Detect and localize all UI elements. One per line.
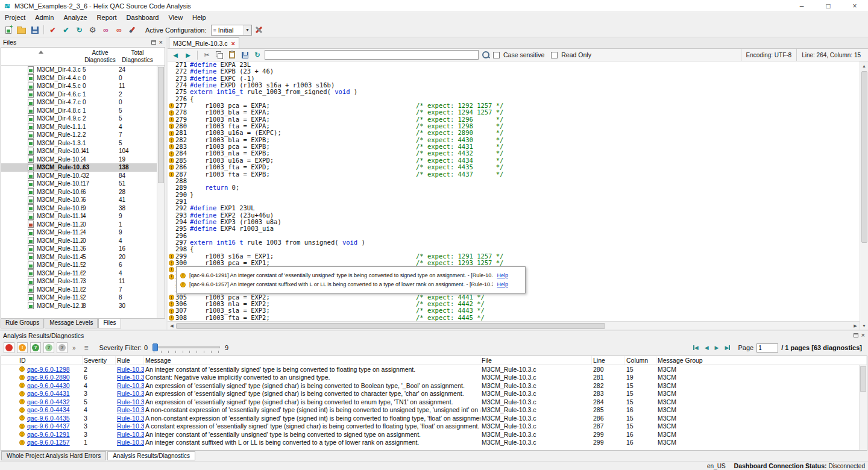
diagnostic-id-link[interactable]: qac-9.6.0-4432 (27, 398, 70, 406)
file-row[interactable]: M3CM_Rule-11.9.c28 (1, 293, 165, 302)
horizontal-scrollbar[interactable]: ◀ ▶ (168, 321, 860, 330)
file-row[interactable]: M3CM_Rule-1.2.c27 (1, 131, 165, 139)
file-row[interactable]: M3CM_Rule-10.5.c1751 (1, 180, 165, 188)
file-row[interactable]: M3CM_Rule-11.3.c616 (1, 245, 165, 253)
file-row[interactable]: M3CM_Dir-4.9.c25 (1, 114, 165, 123)
column-header-line[interactable]: Line (592, 356, 625, 365)
table-row[interactable]: !qac-9.6.0-44344Rule-10.3A non-constant … (1, 406, 867, 415)
close-tab-icon[interactable]: × (231, 40, 234, 47)
rule-link[interactable]: Rule-10.3 (117, 390, 144, 397)
scrollbar-thumb[interactable] (176, 323, 605, 329)
severity-info-toggle[interactable]: ? (43, 342, 54, 353)
analyze-project-button[interactable]: ✔ (46, 24, 59, 36)
close-panel-icon[interactable]: × (159, 39, 163, 46)
table-row[interactable]: !qac-9.6.0-44353Rule-10.3A non-constant … (1, 414, 867, 422)
file-row[interactable]: M3CM_Rule-10...63138 (1, 163, 165, 172)
rule-link[interactable]: Rule-10.3 (117, 439, 144, 446)
diagnostic-id-link[interactable]: qac-9.6.0-4437 (27, 422, 70, 430)
scroll-down-icon[interactable]: ▼ (860, 321, 868, 330)
upload-dashboard-button[interactable]: ∞ (113, 24, 125, 36)
navigate-back-button[interactable]: ◀ (170, 49, 181, 60)
analyze-files-button[interactable]: ✔ (60, 24, 72, 36)
total-diagnostics-column-header[interactable]: Total Diagnostics (119, 48, 156, 65)
tab-rule-groups[interactable]: Rule Groups (1, 319, 44, 328)
float-panel-icon[interactable] (854, 333, 858, 337)
view-menu-icon[interactable]: ≡ (84, 343, 89, 352)
resume-analysis-button[interactable]: ↻ (73, 24, 86, 36)
save-project-button[interactable] (28, 24, 41, 36)
close-panel-icon[interactable]: × (861, 332, 865, 339)
column-header-message[interactable]: Message (144, 356, 480, 365)
scrollbar-thumb[interactable] (860, 366, 866, 392)
copy-button[interactable] (214, 49, 225, 60)
vertical-scrollbar[interactable]: ▲ ▼ (860, 61, 868, 330)
scrollbar-thumb[interactable] (861, 71, 867, 243)
help-link[interactable]: Help (497, 281, 508, 287)
severity-message-toggle[interactable]: ? (30, 342, 41, 353)
scrollbar-thumb[interactable] (158, 67, 164, 183)
menu-project[interactable]: Project (0, 14, 30, 21)
active-diagnostics-column-header[interactable]: Active Diagnostics (81, 48, 119, 65)
qac-tools-button[interactable] (253, 24, 265, 36)
maximize-button[interactable]: □ (815, 0, 841, 11)
file-row[interactable]: M3CM_Rule-11.6.c24 (1, 269, 165, 278)
column-header-severity[interactable]: Severity (83, 356, 116, 365)
overflow-chevron-icon[interactable]: » (72, 345, 76, 351)
diagnostic-id-link[interactable]: qac-9.6.0-4431 (27, 390, 70, 397)
diagnostic-id-link[interactable]: qac-9.6.0-1291 (27, 431, 70, 438)
column-header-column[interactable]: Column (625, 356, 656, 365)
severity-note-toggle[interactable]: ? (57, 342, 68, 353)
rule-link[interactable]: Rule-10.3 (117, 366, 144, 373)
menu-help[interactable]: Help (187, 14, 211, 21)
sync-project-button[interactable]: ∞ (99, 24, 112, 36)
close-button[interactable]: × (841, 0, 868, 11)
scroll-right-icon[interactable]: ▶ (851, 322, 860, 330)
menu-admin[interactable]: Admin (30, 14, 58, 21)
file-row[interactable]: M3CM_Rule-10.1.c41104 (1, 147, 165, 155)
file-row[interactable]: M3CM_Rule-10.2.c419 (1, 155, 165, 164)
table-row[interactable]: !qac-9.6.0-12982Rule-10.3An integer cons… (1, 365, 867, 374)
code-area[interactable]: 271#define EXPA 23L272#define EXPB (23 +… (168, 61, 860, 321)
page-input[interactable] (756, 343, 778, 352)
file-row[interactable]: M3CM_Dir-4.5.c011 (1, 82, 165, 90)
editor-tab[interactable]: M3CM_Rule-10.3.c × (169, 37, 239, 48)
next-page-button[interactable]: ▶ (715, 345, 719, 351)
diagnostic-id-link[interactable]: qac-9.6.0-4435 (27, 415, 70, 422)
rule-link[interactable]: Rule-10.3 (117, 398, 144, 406)
file-row[interactable]: M3CM_Rule-11.5.c26 (1, 261, 165, 269)
save-file-button[interactable] (239, 49, 250, 60)
float-panel-icon[interactable] (151, 40, 156, 45)
file-row[interactable]: M3CM_Rule-11.8.c27 (1, 286, 165, 294)
file-row[interactable]: M3CM_Rule-12.1.c830 (1, 302, 165, 310)
files-scrollbar[interactable] (157, 66, 165, 318)
severity-error-toggle[interactable] (4, 342, 14, 353)
file-row[interactable]: M3CM_Rule-10.8.c938 (1, 204, 165, 213)
tab-files[interactable]: Files (98, 319, 121, 328)
active-configuration-select[interactable]: ≡ Initial ▼ (211, 25, 252, 36)
menu-report[interactable]: Report (92, 14, 122, 21)
table-row[interactable]: !qac-9.6.0-44373Rule-10.3A constant expr… (1, 422, 867, 431)
file-row[interactable]: M3CM_Rule-11.4.c520 (1, 253, 165, 262)
rule-link[interactable]: Rule-10.3 (117, 406, 144, 413)
file-row[interactable]: M3CM_Rule-11.2_...04 (1, 237, 165, 245)
menu-view[interactable]: View (163, 14, 187, 21)
launch-tuning-button[interactable] (126, 24, 139, 36)
paste-button[interactable] (227, 49, 237, 60)
cut-button[interactable]: ✂ (201, 49, 212, 60)
file-row[interactable]: M3CM_Rule-11.2_...49 (1, 228, 165, 237)
file-row[interactable]: M3CM_Dir-4.6.c12 (1, 90, 165, 99)
column-header-file[interactable]: File (480, 356, 592, 365)
diagnostic-id-link[interactable]: qac-9.6.0-2890 (27, 374, 70, 381)
table-row[interactable]: !qac-9.6.0-44304Rule-10.3An expression o… (1, 381, 867, 390)
diagnostic-id-link[interactable]: qac-9.6.0-1298 (27, 366, 70, 373)
table-row[interactable]: !qac-9.6.0-12571Rule-10.3An integer cons… (1, 439, 867, 447)
file-row[interactable]: M3CM_Rule-11.7.c311 (1, 277, 165, 286)
scroll-left-icon[interactable]: ◀ (168, 322, 176, 330)
search-button[interactable] (480, 49, 491, 60)
column-header-rule[interactable]: Rule (116, 356, 144, 365)
menu-analyze[interactable]: Analyze (58, 14, 92, 21)
severity-warning-toggle[interactable]: ! (17, 342, 28, 353)
table-row[interactable]: !qac-9.6.0-44313Rule-10.3An expression o… (1, 390, 867, 398)
file-row[interactable]: M3CM_Rule-10.6.c628 (1, 188, 165, 196)
file-row[interactable]: M3CM_Dir-4.4.c00 (1, 74, 165, 83)
